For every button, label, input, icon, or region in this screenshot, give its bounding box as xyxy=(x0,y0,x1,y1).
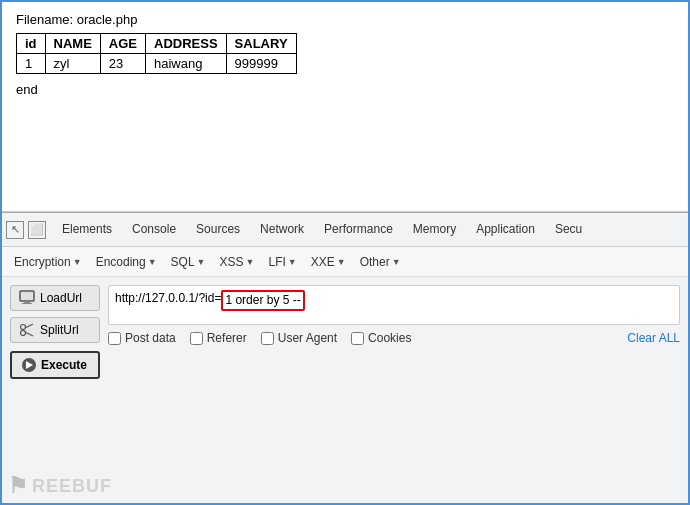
svg-point-4 xyxy=(21,331,26,336)
post-data-input[interactable] xyxy=(108,332,121,345)
encoding-label: Encoding xyxy=(96,255,146,269)
split-url-button[interactable]: SplitUrl xyxy=(10,317,100,343)
tab-network[interactable]: Network xyxy=(250,216,314,244)
encryption-dropdown[interactable]: Encryption ▼ xyxy=(10,253,86,271)
user-agent-label: User Agent xyxy=(278,331,337,345)
load-url-button[interactable]: LoadUrl xyxy=(10,285,100,311)
checkboxes-row: Post data Referer User Agent Cookies Cle… xyxy=(108,331,680,345)
tab-console[interactable]: Console xyxy=(122,216,186,244)
xxe-arrow: ▼ xyxy=(337,257,346,267)
encryption-arrow: ▼ xyxy=(73,257,82,267)
xxe-label: XXE xyxy=(311,255,335,269)
other-arrow: ▼ xyxy=(392,257,401,267)
xxe-dropdown[interactable]: XXE ▼ xyxy=(307,253,350,271)
post-data-label: Post data xyxy=(125,331,176,345)
col-header-salary: SALARY xyxy=(226,34,296,54)
load-url-label: LoadUrl xyxy=(40,291,82,305)
cell-name: zyl xyxy=(45,54,100,74)
svg-line-6 xyxy=(25,332,33,336)
clear-all-button[interactable]: Clear ALL xyxy=(627,331,680,345)
tab-security[interactable]: Secu xyxy=(545,216,592,244)
cell-id: 1 xyxy=(17,54,46,74)
sql-dropdown[interactable]: SQL ▼ xyxy=(167,253,210,271)
plugin-toolbar: Encryption ▼ Encoding ▼ SQL ▼ XSS ▼ LFI … xyxy=(2,247,688,277)
referer-input[interactable] xyxy=(190,332,203,345)
data-table: id NAME AGE ADDRESS SALARY 1 zyl 23 haiw… xyxy=(16,33,297,74)
col-header-age: AGE xyxy=(100,34,145,54)
cell-salary: 999999 xyxy=(226,54,296,74)
referer-checkbox[interactable]: Referer xyxy=(190,331,247,345)
col-header-address: ADDRESS xyxy=(146,34,227,54)
execute-label: Execute xyxy=(41,358,87,372)
other-label: Other xyxy=(360,255,390,269)
browser-content: Filename: oracle.php id NAME AGE ADDRESS… xyxy=(2,2,688,212)
tab-performance[interactable]: Performance xyxy=(314,216,403,244)
url-base: http://127.0.0.1/?id= xyxy=(115,290,221,307)
encoding-arrow: ▼ xyxy=(148,257,157,267)
end-text: end xyxy=(16,82,674,97)
svg-rect-0 xyxy=(20,291,34,301)
cookies-checkbox[interactable]: Cookies xyxy=(351,331,411,345)
cookies-input[interactable] xyxy=(351,332,364,345)
tab-application[interactable]: Application xyxy=(466,216,545,244)
cell-age: 23 xyxy=(100,54,145,74)
devtools-tabs-bar: ↖ ⬜ Elements Console Sources Network Per… xyxy=(2,213,688,247)
lfi-dropdown[interactable]: LFI ▼ xyxy=(264,253,300,271)
scissors-icon xyxy=(19,322,35,338)
col-header-name: NAME xyxy=(45,34,100,54)
svg-rect-2 xyxy=(22,303,32,304)
user-agent-checkbox[interactable]: User Agent xyxy=(261,331,337,345)
xss-label: XSS xyxy=(220,255,244,269)
execute-button[interactable]: Execute xyxy=(10,351,100,379)
monitor-icon xyxy=(19,290,35,306)
sql-label: SQL xyxy=(171,255,195,269)
encryption-label: Encryption xyxy=(14,255,71,269)
devtools-panel: ↖ ⬜ Elements Console Sources Network Per… xyxy=(2,212,688,505)
cookies-label: Cookies xyxy=(368,331,411,345)
svg-line-5 xyxy=(25,324,33,328)
encoding-dropdown[interactable]: Encoding ▼ xyxy=(92,253,161,271)
lfi-arrow: ▼ xyxy=(288,257,297,267)
sql-arrow: ▼ xyxy=(197,257,206,267)
xss-dropdown[interactable]: XSS ▼ xyxy=(216,253,259,271)
other-dropdown[interactable]: Other ▼ xyxy=(356,253,405,271)
inspect-icon[interactable]: ⬜ xyxy=(28,221,46,239)
right-area: http://127.0.0.1/?id=1 order by 5 -- Pos… xyxy=(108,285,680,499)
xss-arrow: ▼ xyxy=(246,257,255,267)
url-highlighted-part: 1 order by 5 -- xyxy=(221,290,304,311)
col-header-id: id xyxy=(17,34,46,54)
user-agent-input[interactable] xyxy=(261,332,274,345)
svg-rect-1 xyxy=(24,301,30,303)
play-triangle xyxy=(26,361,33,369)
url-input-box[interactable]: http://127.0.0.1/?id=1 order by 5 -- xyxy=(108,285,680,325)
left-buttons: LoadUrl SplitUrl Execute xyxy=(10,285,100,499)
tab-memory[interactable]: Memory xyxy=(403,216,466,244)
split-url-label: SplitUrl xyxy=(40,323,79,337)
lfi-label: LFI xyxy=(268,255,285,269)
cursor-icon[interactable]: ↖ xyxy=(6,221,24,239)
svg-point-3 xyxy=(21,325,26,330)
post-data-checkbox[interactable]: Post data xyxy=(108,331,176,345)
cell-address: haiwang xyxy=(146,54,227,74)
tab-elements[interactable]: Elements xyxy=(52,216,122,244)
referer-label: Referer xyxy=(207,331,247,345)
filename: Filename: oracle.php xyxy=(16,12,674,27)
table-row: 1 zyl 23 haiwang 999999 xyxy=(17,54,297,74)
devtools-icon-area: ↖ ⬜ xyxy=(6,221,46,239)
work-area: LoadUrl SplitUrl Execute xyxy=(2,277,688,505)
tab-sources[interactable]: Sources xyxy=(186,216,250,244)
play-icon xyxy=(22,358,36,372)
